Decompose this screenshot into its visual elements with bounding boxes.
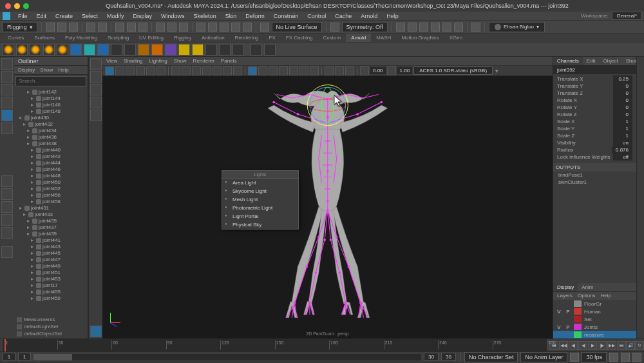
menu-select[interactable]: Select <box>78 13 102 19</box>
vp-exposure-icon[interactable] <box>360 66 369 75</box>
tab-object[interactable]: Object <box>600 57 622 65</box>
vp-gate-mask-icon[interactable] <box>202 66 211 75</box>
select-tool[interactable] <box>1 58 13 70</box>
audio-icon[interactable]: 🔊 <box>626 341 635 350</box>
two-pane-side-icon[interactable] <box>1 201 13 213</box>
shelf-tab-mash[interactable]: MASH <box>371 34 396 42</box>
tree-joint[interactable]: ▸joint144 <box>15 95 86 102</box>
workspace-dropdown[interactable]: General* <box>612 12 641 20</box>
tree-joint[interactable]: ▸joint447 <box>15 257 86 263</box>
channel-attr[interactable]: Rotate Z0 <box>554 111 635 118</box>
save-scene-icon[interactable] <box>69 23 78 32</box>
shelf-standin-icon[interactable] <box>111 44 122 55</box>
shelf-ipr-icon[interactable] <box>251 44 262 55</box>
shelf-light-portal-icon[interactable] <box>57 44 68 55</box>
fps-dropdown[interactable]: 30 fps <box>582 352 607 362</box>
magnifier-icon[interactable] <box>1 246 13 258</box>
light-photometric[interactable]: Photometric Light <box>222 204 298 212</box>
menu-control[interactable]: Control <box>303 13 330 19</box>
channel-attr[interactable]: Scale Z1 <box>554 132 635 139</box>
maximize-icon[interactable] <box>23 3 29 9</box>
play-forward-icon[interactable]: ▶ <box>588 341 597 350</box>
tree-joint[interactable]: ▸joint433 <box>15 211 86 218</box>
live-surface-icon[interactable] <box>260 23 269 32</box>
step-back-icon[interactable]: ◀◀ <box>559 341 568 350</box>
shelf-render-view-icon[interactable] <box>219 44 231 55</box>
tree-joint[interactable]: ▸joint438 <box>15 141 86 147</box>
select-component-icon[interactable] <box>179 23 188 32</box>
next-key-icon[interactable]: |▶ <box>598 341 607 350</box>
outliner-tree[interactable]: ▸joint142▸joint144▸joint146▸joint148▸joi… <box>14 88 88 315</box>
vp-film-gate-icon[interactable] <box>182 66 191 75</box>
hypershade-icon[interactable] <box>442 23 451 32</box>
outliner-default-object-set[interactable]: defaultObjectSet <box>15 330 86 337</box>
vp-2d-pan-icon[interactable] <box>146 66 155 75</box>
vp-shadows-icon[interactable] <box>279 66 288 75</box>
set-key-icon[interactable] <box>621 353 630 362</box>
shelf-create-shader-icon[interactable] <box>165 44 176 55</box>
tree-joint[interactable]: ▸joint432 <box>15 121 86 128</box>
vp-safe-title-icon[interactable] <box>233 66 242 75</box>
tab-channels[interactable]: Channels <box>553 57 583 65</box>
menu-display[interactable]: Display <box>129 13 156 19</box>
vp-wireframe-icon[interactable] <box>248 66 257 75</box>
character-set-dropdown[interactable]: No Character Set <box>464 352 518 362</box>
layer-row[interactable]: VPHuman <box>553 308 636 315</box>
single-pane-icon[interactable] <box>1 175 13 187</box>
layer-row[interactable]: VPJoints <box>553 323 636 331</box>
channel-attr[interactable]: Scale Y1 <box>554 125 635 132</box>
outliner-search[interactable]: Search... <box>15 76 86 86</box>
menu-create[interactable]: Create <box>52 13 77 19</box>
snap-curve-icon[interactable] <box>208 23 217 32</box>
light-area[interactable]: Area Light <box>222 179 298 187</box>
goto-end-icon[interactable]: ⏭ <box>617 341 626 350</box>
paint-select-icon[interactable] <box>138 23 147 32</box>
shelf-tab-surfaces[interactable]: Surfaces <box>29 34 60 42</box>
tree-joint[interactable]: ▸joint449 <box>15 263 86 270</box>
select-hierarchy-icon[interactable] <box>156 23 165 32</box>
panel-layout-icon[interactable] <box>471 23 480 32</box>
range-track[interactable] <box>33 354 421 360</box>
shelf-skydome-icon[interactable] <box>16 44 28 55</box>
shelf-tab-rigging[interactable]: Rigging <box>169 34 196 42</box>
shelf-curve-collector-icon[interactable] <box>138 44 149 55</box>
four-pane-icon[interactable] <box>1 188 13 200</box>
tree-joint[interactable]: ▸joint443 <box>15 244 86 250</box>
vp-menu-renderer[interactable]: Renderer <box>193 58 214 64</box>
shelf-tab-sculpting[interactable]: Sculpting <box>102 34 134 42</box>
menu-edit[interactable]: Edit <box>33 13 51 19</box>
vp-gamma-field[interactable]: 0.00 <box>370 67 386 74</box>
live-surface-dropdown[interactable]: No Live Surface <box>272 22 322 32</box>
shelf-fog-icon[interactable] <box>97 44 109 55</box>
snap-grid-icon[interactable] <box>196 23 205 32</box>
vp-menu-shading[interactable]: Shading <box>124 58 142 64</box>
tree-joint[interactable]: ▸joint435 <box>15 218 86 224</box>
lasso-tool[interactable] <box>1 71 13 83</box>
loop-icon[interactable]: ↻ <box>635 341 644 350</box>
tree-joint[interactable]: ▸joint431 <box>15 205 86 211</box>
channel-attr[interactable]: Rotate Y0 <box>554 104 635 111</box>
light-editor-icon[interactable] <box>454 23 463 32</box>
tree-joint[interactable]: ▸joint452 <box>15 186 86 192</box>
menu-cache[interactable]: Cache <box>331 13 355 19</box>
tree-joint[interactable]: ▸joint448 <box>15 173 86 179</box>
menu-skeleton[interactable]: Skeleton <box>190 13 220 19</box>
tree-joint[interactable]: ▸joint445 <box>15 250 86 257</box>
channel-node-name[interactable]: joint392 <box>553 66 636 74</box>
shelf-tab-rendering[interactable]: Rendering <box>230 34 264 42</box>
undo-icon[interactable] <box>86 23 95 32</box>
range-start-outer[interactable]: 1 <box>3 353 15 361</box>
human-ik-icon[interactable] <box>90 71 102 83</box>
output-bindpose[interactable]: bindPose1 <box>553 172 636 179</box>
close-icon[interactable] <box>5 3 11 9</box>
vp-resolution-gate-icon[interactable] <box>192 66 201 75</box>
minimize-icon[interactable] <box>14 3 20 9</box>
menu-windows[interactable]: Windows <box>157 13 189 19</box>
tree-joint[interactable]: ▸joint146 <box>15 102 86 108</box>
tree-joint[interactable]: ▸joint441 <box>15 237 86 244</box>
layer-menu-help[interactable]: Help <box>601 293 611 299</box>
vp-menu-show[interactable]: Show <box>174 58 187 64</box>
menu-file[interactable]: File <box>14 13 32 19</box>
tool-settings-icon[interactable] <box>90 97 102 108</box>
shelf-flush-icon[interactable] <box>178 44 190 55</box>
